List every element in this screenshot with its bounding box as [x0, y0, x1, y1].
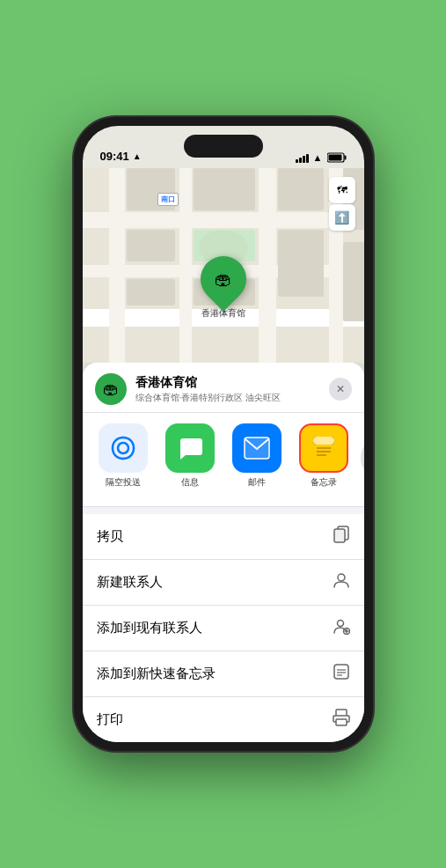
status-icons: ▲ [296, 152, 347, 163]
messages-icon [165, 423, 215, 473]
action-new-contact[interactable]: 新建联系人 [83, 560, 364, 606]
svg-point-22 [118, 443, 128, 453]
pin-circle: 🏟 [191, 246, 256, 312]
notes-icon [299, 423, 348, 473]
action-copy[interactable]: 拷贝 [83, 514, 364, 560]
map-controls: 🗺 ⬆️ [329, 177, 355, 231]
phone-screen: 09:41 ▲ ▲ [83, 126, 364, 742]
action-list: 拷贝 新建联系人 [83, 514, 364, 742]
action-quick-note[interactable]: 添加到新快速备忘录 [83, 651, 364, 697]
svg-rect-1 [344, 156, 346, 160]
signal-bars [296, 152, 309, 163]
new-contact-label: 新建联系人 [97, 574, 163, 591]
close-icon: ✕ [336, 383, 345, 395]
sheet-title: 香港体育馆 [135, 375, 329, 391]
share-item-messages[interactable]: 信息 [158, 423, 222, 489]
map-area[interactable]: 南口 🗺 ⬆️ 🏟 香港体育馆 [83, 168, 364, 363]
messages-svg [177, 435, 203, 461]
svg-rect-2 [328, 155, 341, 161]
signal-bar-4 [306, 154, 309, 163]
airdrop-svg [109, 434, 137, 462]
pin-emoji: 🏟 [215, 269, 232, 290]
svg-rect-39 [334, 665, 348, 679]
share-row: 隔空投送 信息 [83, 413, 364, 507]
venue-emoji: 🏟 [103, 380, 119, 399]
mail-svg [244, 437, 270, 460]
svg-rect-12 [127, 230, 175, 261]
svg-rect-9 [259, 168, 276, 363]
mail-label: 邮件 [248, 476, 266, 489]
phone-frame: 09:41 ▲ ▲ [74, 117, 373, 751]
sheet-subtitle: 综合体育馆·香港特别行政区 油尖旺区 [135, 392, 329, 404]
map-view-button[interactable]: 🗺 [329, 177, 355, 203]
location-button[interactable]: ⬆️ [329, 204, 355, 231]
svg-rect-13 [127, 279, 175, 305]
sheet-close-button[interactable]: ✕ [329, 378, 352, 401]
map-label-text: 南口 [161, 195, 175, 203]
dynamic-island [184, 135, 263, 158]
copy-label: 拷贝 [97, 528, 123, 545]
svg-rect-7 [109, 168, 125, 363]
svg-rect-18 [278, 230, 324, 297]
sheet-header: 🏟 香港体育馆 综合体育馆·香港特别行政区 油尖旺区 ✕ [83, 363, 364, 413]
svg-rect-44 [336, 719, 347, 725]
airdrop-icon [99, 423, 148, 473]
sheet-title-group: 香港体育馆 综合体育馆·香港特别行政区 油尖旺区 [135, 375, 329, 404]
airdrop-label: 隔空投送 [106, 476, 141, 489]
share-item-airdrop[interactable]: 隔空投送 [91, 423, 155, 489]
svg-rect-14 [194, 168, 255, 210]
wifi-icon: ▲ [313, 152, 323, 163]
mail-icon [232, 423, 281, 473]
action-print[interactable]: 打印 [83, 697, 364, 742]
signal-bar-2 [299, 158, 302, 163]
signal-bar-1 [296, 159, 298, 163]
venue-icon: 🏟 [95, 373, 127, 405]
bottom-sheet: 🏟 香港体育馆 综合体育馆·香港特别行政区 油尖旺区 ✕ [83, 363, 364, 742]
svg-rect-17 [278, 168, 324, 210]
signal-bar-3 [303, 156, 305, 163]
battery-icon [327, 152, 347, 163]
svg-rect-20 [343, 242, 364, 321]
status-time: 09:41 ▲ [100, 150, 142, 163]
quick-note-icon [333, 663, 350, 685]
quick-note-label: 添加到新快速备忘录 [97, 666, 216, 682]
location-arrow-icon: ▲ [133, 151, 142, 161]
new-contact-icon [333, 571, 350, 593]
svg-point-34 [338, 574, 345, 581]
print-icon [333, 709, 350, 731]
svg-rect-8 [179, 168, 192, 363]
svg-rect-33 [334, 529, 345, 542]
add-existing-icon [333, 617, 350, 639]
notes-label: 备忘录 [311, 476, 337, 489]
svg-point-35 [337, 621, 343, 627]
notes-svg [311, 435, 337, 461]
time-display: 09:41 [100, 150, 129, 163]
share-item-mail[interactable]: 邮件 [225, 423, 289, 489]
more-apps-indicator[interactable]: 推 [361, 436, 364, 496]
share-item-notes[interactable]: 备忘录 [292, 423, 355, 489]
map-label-nankou: 南口 [157, 193, 179, 206]
svg-rect-28 [313, 437, 334, 445]
more-dots-container [361, 436, 364, 480]
messages-label: 信息 [181, 476, 199, 489]
copy-icon [333, 526, 350, 548]
print-label: 打印 [97, 711, 123, 728]
svg-rect-43 [336, 710, 347, 716]
location-pin: 🏟 香港体育馆 [201, 256, 246, 320]
action-add-existing[interactable]: 添加到现有联系人 [83, 606, 364, 651]
add-existing-label: 添加到现有联系人 [97, 620, 202, 636]
